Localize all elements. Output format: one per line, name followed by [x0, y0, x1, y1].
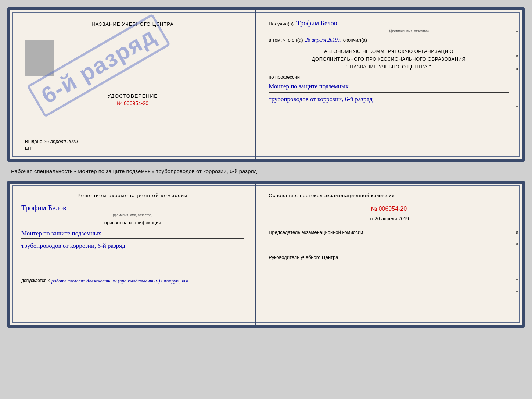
- rslb-4: и: [516, 230, 520, 234]
- org-line3: " НАЗВАНИЕ УЧЕБНОГО ЦЕНТРА ": [269, 63, 509, 71]
- rslb-2: –: [516, 206, 520, 211]
- bottom-doc-right: Основание: протокол экзаменационной коми…: [256, 184, 522, 325]
- rsl-4: а: [516, 66, 520, 71]
- rsl-2: –: [516, 41, 520, 46]
- org-line1: АВТОНОМНУЮ НЕКОММЕРЧЕСКУЮ ОРГАНИЗАЦИЮ: [269, 48, 509, 56]
- rsl-7: –: [516, 104, 520, 108]
- udostoverenie-label: УДОСТОВЕРЕНИЕ: [108, 93, 158, 99]
- bottom-lines: [21, 255, 244, 272]
- vydano-date: 26 апреля 2019: [44, 139, 78, 144]
- poluchil-line: Получил(а) Трофим Белов –: [269, 19, 509, 28]
- vydano-label: Выдано: [25, 139, 42, 144]
- top-document: НАЗВАНИЕ УЧЕБНОГО ЦЕНТРА 6-й разряд УДОС…: [7, 7, 525, 162]
- right-side-lines-bottom: – – – и а ← – – – –: [516, 195, 520, 305]
- profession-line2: трубопроводов от коррозии, 6-й разряд: [269, 94, 509, 105]
- dopuskaetsya-block: допускается к работе согласно должностны…: [21, 278, 244, 284]
- rukovoditel-label: Руководитель учебного Центра: [269, 254, 509, 261]
- top-center-title: НАЗВАНИЕ УЧЕБНОГО ЦЕНТРА: [91, 21, 173, 27]
- rslb-10: –: [516, 300, 520, 305]
- vtom-line: в том, что он(а) 26 апреля 2019г. окончи…: [269, 37, 509, 44]
- rslb-5: а: [516, 242, 520, 246]
- photo-placeholder: [25, 40, 54, 76]
- rsl-1: –: [516, 29, 520, 33]
- rslb-9: –: [516, 289, 520, 293]
- udostoverenie-number: № 006954-20: [108, 100, 158, 106]
- kvalifikaciya-line2: трубопроводов от коррозии, 6-й разряд: [21, 241, 244, 251]
- rsl-8: –: [516, 116, 520, 121]
- predsedatel-label: Председатель экзаменационной комиссии: [269, 229, 509, 236]
- ot-label: от: [369, 216, 373, 221]
- vydano-line: Выдано 26 апреля 2019: [25, 139, 78, 144]
- rslb-3: –: [516, 218, 520, 222]
- rslb-8: –: [516, 277, 520, 281]
- rslb-1: –: [516, 195, 520, 199]
- kvalifikaciya-line1: Монтер по защите подземных: [21, 228, 244, 239]
- date-handwritten: 26 апреля 2019г.: [305, 37, 341, 44]
- protocol-number: № 006954-20: [269, 206, 509, 212]
- poluchil-label: Получил(а): [269, 21, 294, 26]
- rukovoditel-signature-line: [269, 264, 327, 271]
- rsl-5: ←: [516, 79, 520, 83]
- page-container: НАЗВАНИЕ УЧЕБНОГО ЦЕНТРА 6-й разряд УДОС…: [7, 7, 525, 328]
- rslb-6: ←: [516, 253, 520, 258]
- resheniyem-title: Решением экзаменационной комиссии: [21, 193, 244, 198]
- predsedatel-signature-line: [269, 239, 327, 246]
- line1: [21, 255, 244, 262]
- bottom-document: Решением экзаменационной комиссии Трофим…: [7, 181, 525, 328]
- profession-line1: Монтер по защите подземных: [269, 81, 509, 92]
- rukovoditel-block: Руководитель учебного Центра: [269, 254, 509, 271]
- top-doc-left: НАЗВАНИЕ УЧЕБНОГО ЦЕНТРА 6-й разряд УДОС…: [10, 10, 256, 159]
- rsl-6: –: [516, 91, 520, 96]
- right-side-lines-top: – – и а ← – – –: [516, 29, 520, 121]
- prisvoena-label: присвоена квалификация: [21, 220, 244, 225]
- bottom-doc-left: Решением экзаменационной комиссии Трофим…: [10, 184, 256, 325]
- org-block: АВТОНОМНУЮ НЕКОММЕРЧЕСКУЮ ОРГАНИЗАЦИЮ ДО…: [269, 48, 509, 71]
- okonchil-label: окончил(а): [343, 37, 367, 43]
- top-doc-right: Получил(а) Трофим Белов – (фамилия, имя,…: [256, 10, 522, 159]
- org-line2: ДОПОЛНИТЕЛЬНОГО ПРОФЕССИОНАЛЬНОГО ОБРАЗО…: [269, 56, 509, 63]
- line2: [21, 265, 244, 272]
- predsedatel-block: Председатель экзаменационной комиссии: [269, 229, 509, 246]
- poluchil-name: Трофим Белов: [296, 19, 337, 28]
- vtom-label: в том, что он(а): [269, 37, 303, 43]
- name-block: Трофим Белов (фамилия, имя, отчество): [21, 204, 244, 217]
- dopuskaetsya-value: работе согласно должностным (производств…: [51, 278, 188, 284]
- dash1: –: [340, 21, 342, 26]
- udostoverenie-block: УДОСТОВЕРЕНИЕ № 006954-20: [108, 93, 158, 106]
- middle-text: Рабочая специальность - Монтер по защите…: [7, 166, 525, 176]
- rsl-3: и: [516, 54, 520, 58]
- mp-line: М.П.: [25, 146, 35, 152]
- osnovanie-title: Основание: протокол экзаменационной коми…: [269, 193, 509, 198]
- ot-date-line: от 26 апреля 2019: [269, 216, 509, 221]
- fio-small-bottom: (фамилия, имя, отчество): [21, 213, 244, 217]
- bottom-name: Трофим Белов: [21, 204, 244, 213]
- ot-date-value: 26 апреля 2019: [375, 216, 409, 221]
- po-professii: по профессии: [269, 74, 509, 80]
- fio-small-top: (фамилия, имя, отчество): [309, 29, 509, 33]
- dopuskaetsya-label: допускается к: [21, 278, 50, 284]
- rslb-7: –: [516, 265, 520, 270]
